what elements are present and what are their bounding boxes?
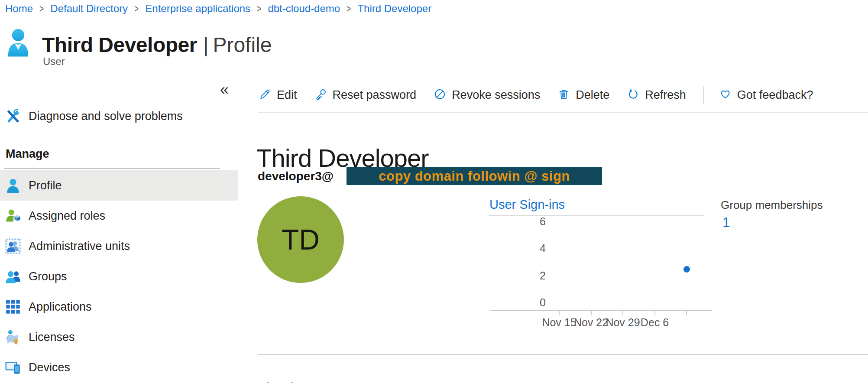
y-axis-label: 6 bbox=[489, 215, 546, 228]
assigned-roles-icon bbox=[5, 208, 21, 224]
sidebar-item-label: Administrative units bbox=[29, 240, 130, 253]
breadcrumb-link-third-developer[interactable]: Third Developer bbox=[357, 3, 431, 15]
got-feedback-button[interactable]: Got feedback? bbox=[719, 88, 813, 102]
refresh-button[interactable]: Refresh bbox=[627, 88, 686, 102]
sidebar-item-administrative-units[interactable]: Administrative units bbox=[0, 231, 238, 261]
toolbar-button-label: Refresh bbox=[645, 88, 686, 102]
redaction-overlay: copy domain followin @ sign bbox=[347, 167, 602, 185]
sidebar-item-label: Profile bbox=[29, 179, 62, 192]
diagnose-icon bbox=[5, 108, 21, 124]
sidebar-item-diagnose-and-solve-problems[interactable]: Diagnose and solve problems bbox=[0, 104, 238, 128]
toolbar-separator bbox=[703, 86, 704, 104]
sidebar-item-label: Applications bbox=[29, 300, 92, 314]
sidebar-item-label: Assigned roles bbox=[29, 209, 105, 223]
breadcrumb-separator: > bbox=[347, 3, 351, 15]
sidebar-item-assigned-roles[interactable]: Assigned roles bbox=[0, 201, 238, 231]
sidebar-item-groups[interactable]: Groups bbox=[0, 261, 238, 292]
sidebar-collapse-button[interactable]: « bbox=[220, 81, 229, 99]
groups-icon bbox=[5, 269, 21, 284]
breadcrumb-separator: > bbox=[257, 3, 261, 15]
refresh-icon bbox=[627, 88, 645, 102]
upn-prefix: developer3@ bbox=[258, 169, 334, 183]
reset-password-button[interactable]: Reset password bbox=[314, 88, 417, 102]
devices-icon bbox=[5, 360, 21, 375]
redaction-note: copy domain followin @ sign bbox=[379, 169, 570, 184]
toolbar-button-label: Got feedback? bbox=[737, 88, 813, 102]
sidebar-item-profile[interactable]: Profile bbox=[0, 170, 238, 201]
upn-row: developer3@ bbox=[258, 167, 334, 185]
sidebar-item-label: Licenses bbox=[29, 331, 75, 344]
key-icon bbox=[314, 88, 333, 102]
block-icon bbox=[434, 88, 452, 102]
pencil-icon bbox=[259, 88, 277, 102]
avatar[interactable]: TD bbox=[257, 196, 344, 283]
x-axis-tick bbox=[654, 310, 655, 315]
x-axis-label: Dec 6 bbox=[627, 316, 683, 329]
group-memberships-count-link[interactable]: 1 bbox=[722, 215, 730, 230]
delete-button[interactable]: Delete bbox=[557, 88, 609, 102]
sidebar-item-label: Diagnose and solve problems bbox=[29, 110, 183, 123]
toolbar-divider bbox=[258, 112, 868, 113]
x-axis-tick bbox=[591, 310, 592, 315]
x-axis-tick bbox=[686, 310, 687, 315]
y-axis-label: 4 bbox=[489, 242, 546, 255]
edit-button[interactable]: Edit bbox=[259, 88, 297, 102]
trash-icon bbox=[557, 88, 576, 102]
x-axis-tick bbox=[622, 310, 623, 315]
toolbar-button-label: Revoke sessions bbox=[452, 88, 540, 102]
sidebar: « Diagnose and solve problems Manage Pro… bbox=[0, 0, 243, 383]
group-memberships-label: Group memberships bbox=[721, 198, 823, 212]
administrative-units-icon bbox=[5, 238, 21, 254]
sidebar-item-applications[interactable]: Applications bbox=[0, 292, 238, 322]
toolbar-button-label: Edit bbox=[277, 88, 297, 102]
identity-section-title: Identity bbox=[258, 380, 305, 383]
heart-icon bbox=[719, 88, 737, 102]
toolbar: EditReset passwordRevoke sessionsDeleteR… bbox=[259, 84, 830, 106]
sidebar-item-label: Devices bbox=[29, 361, 70, 374]
sidebar-item-licenses[interactable]: Licenses bbox=[0, 322, 238, 352]
user-profile-page: Home>Default Directory>Enterprise applic… bbox=[0, 0, 868, 383]
sidebar-section-manage: Manage bbox=[6, 147, 49, 161]
revoke-sessions-button[interactable]: Revoke sessions bbox=[434, 88, 540, 102]
profile-icon bbox=[5, 178, 21, 193]
user-signins-chart: User Sign-ins 6420Nov 15Nov 22Nov 29Dec … bbox=[489, 198, 725, 341]
x-axis-line bbox=[490, 310, 712, 311]
x-axis-tick bbox=[559, 310, 560, 315]
section-divider bbox=[258, 354, 868, 355]
sidebar-item-label: Groups bbox=[29, 270, 67, 283]
y-axis-label: 2 bbox=[489, 269, 546, 282]
breadcrumb-link-dbt-cloud-demo[interactable]: dbt-cloud-demo bbox=[268, 3, 340, 15]
signin-data-point bbox=[683, 266, 690, 273]
toolbar-button-label: Delete bbox=[576, 88, 609, 102]
avatar-initials: TD bbox=[282, 223, 320, 256]
sidebar-section-divider bbox=[4, 168, 220, 169]
toolbar-button-label: Reset password bbox=[333, 88, 417, 102]
sidebar-item-devices[interactable]: Devices bbox=[0, 352, 238, 383]
applications-icon bbox=[5, 299, 21, 315]
licenses-icon bbox=[5, 329, 21, 345]
user-signins-link[interactable]: User Sign-ins bbox=[489, 198, 565, 212]
y-axis-label: 0 bbox=[489, 296, 546, 309]
